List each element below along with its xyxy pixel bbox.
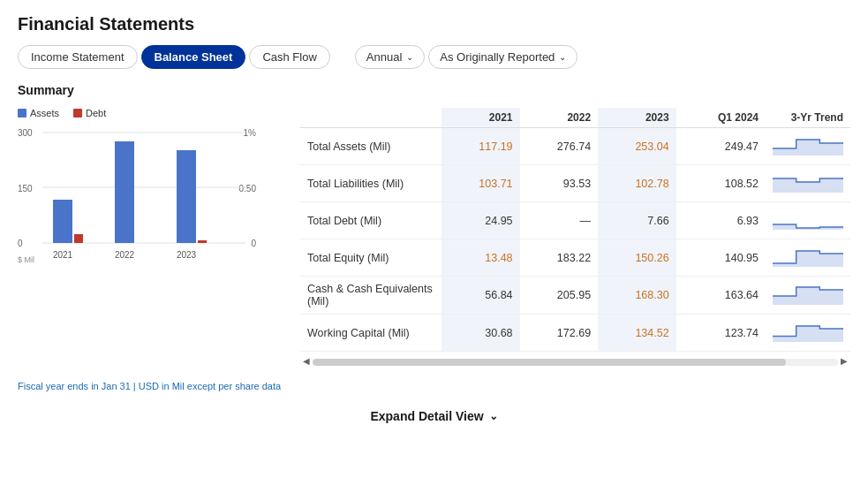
row-label: Working Capital (Mil) <box>300 315 442 352</box>
summary-content: Assets Debt 300 150 0 $ Mil 1% 0.50 0 <box>18 108 850 367</box>
trend-sparkline <box>773 246 843 267</box>
row-label: Total Debt (Mil) <box>300 202 442 239</box>
bar-2021-assets <box>53 200 72 243</box>
x-label-2022: 2022 <box>115 250 135 260</box>
col-header-q1: Q1 2024 <box>676 108 766 128</box>
tab-balance-sheet[interactable]: Balance Sheet <box>141 45 246 69</box>
row-value: 183.22 <box>520 239 599 277</box>
expand-chevron-icon: ⌄ <box>489 410 498 422</box>
financial-table: 2021 2022 2023 Q1 2024 3-Yr Trend Total … <box>300 108 850 352</box>
table-row: Total Liabilities (Mil)103.7193.53102.78… <box>300 165 850 202</box>
row-value: 134.52 <box>598 315 676 352</box>
annual-dropdown[interactable]: Annual ⌄ <box>355 45 425 69</box>
trend-sparkline <box>773 209 843 230</box>
y-unit: $ Mil <box>18 255 34 264</box>
col-header-trend: 3-Yr Trend <box>766 108 850 128</box>
as-originally-reported-dropdown[interactable]: As Originally Reported ⌄ <box>428 45 577 69</box>
footer-note: Fiscal year ends in Jan 31 | USD in Mil … <box>18 381 850 391</box>
tab-income-statement[interactable]: Income Statement <box>18 45 138 69</box>
row-value: 30.68 <box>442 315 520 352</box>
table-row: Cash & Cash Equivalents (Mil)56.84205.95… <box>300 277 850 315</box>
page-title: Financial Statements <box>18 14 850 34</box>
summary-title: Summary <box>18 83 850 97</box>
chevron-down-icon: ⌄ <box>406 52 413 62</box>
legend-assets: Assets <box>18 108 59 118</box>
row-value: — <box>520 202 599 239</box>
row-value: 253.04 <box>598 128 676 165</box>
bar-2023-debt <box>198 240 207 243</box>
row-value: 205.95 <box>520 277 599 315</box>
y-label-0: 0 <box>18 239 23 248</box>
trend-sparkline <box>773 321 843 342</box>
table-row: Working Capital (Mil)30.68172.69134.5212… <box>300 315 850 352</box>
row-value: 7.66 <box>598 202 676 239</box>
table-row: Total Debt (Mil)24.95—7.666.93 <box>300 202 850 239</box>
legend-debt: Debt <box>73 108 106 118</box>
row-value: 6.93 <box>676 202 766 239</box>
trend-cell <box>766 165 850 202</box>
scroll-left-arrow[interactable]: ◀ <box>300 355 313 367</box>
trend-sparkline <box>773 171 843 193</box>
x-label-2023: 2023 <box>177 250 197 260</box>
row-value: 163.64 <box>676 277 766 315</box>
row-value: 93.53 <box>520 165 599 202</box>
row-value: 108.52 <box>676 165 766 202</box>
row-value: 172.69 <box>520 315 599 352</box>
tabs-row: Income Statement Balance Sheet Cash Flow… <box>18 45 850 69</box>
row-label: Total Equity (Mil) <box>300 239 442 277</box>
scroll-bar[interactable] <box>313 359 838 366</box>
table-row: Total Assets (Mil)117.19276.74253.04249.… <box>300 128 850 165</box>
table-area: 2021 2022 2023 Q1 2024 3-Yr Trend Total … <box>300 108 850 367</box>
y2-label-050: 0.50 <box>239 184 257 193</box>
row-value: 117.19 <box>442 128 520 165</box>
trend-cell <box>766 239 850 277</box>
expand-row: Expand Detail View ⌄ <box>18 409 850 423</box>
row-label: Cash & Cash Equivalents (Mil) <box>300 277 442 315</box>
trend-cell <box>766 277 850 315</box>
bar-2021-debt <box>74 234 83 243</box>
debt-legend-color <box>73 109 82 118</box>
trend-sparkline <box>773 134 843 156</box>
chart-legend: Assets Debt <box>18 108 274 118</box>
y-label-300: 300 <box>18 128 33 138</box>
row-value: 24.95 <box>442 202 520 239</box>
col-header-label <box>300 108 442 128</box>
row-label: Total Liabilities (Mil) <box>300 165 442 202</box>
expand-detail-button[interactable]: Expand Detail View ⌄ <box>370 409 497 423</box>
y2-label-0: 0 <box>251 239 256 248</box>
col-header-2023: 2023 <box>598 108 676 128</box>
assets-legend-label: Assets <box>30 108 59 118</box>
debt-legend-label: Debt <box>86 108 106 118</box>
row-value: 56.84 <box>442 277 520 315</box>
trend-cell <box>766 315 850 352</box>
row-value: 13.48 <box>442 239 520 277</box>
trend-cell <box>766 128 850 165</box>
bar-chart: 300 150 0 $ Mil 1% 0.50 0 <box>18 125 274 280</box>
row-label: Total Assets (Mil) <box>300 128 442 165</box>
bar-2022-assets <box>115 141 134 243</box>
trend-cell <box>766 202 850 239</box>
row-value: 249.47 <box>676 128 766 165</box>
row-value: 123.74 <box>676 315 766 352</box>
row-value: 102.78 <box>598 165 676 202</box>
tab-cash-flow[interactable]: Cash Flow <box>249 45 329 69</box>
table-row: Total Equity (Mil)13.48183.22150.26140.9… <box>300 239 850 277</box>
scroll-row: ◀ ▶ <box>300 355 850 367</box>
row-value: 168.30 <box>598 277 676 315</box>
row-value: 276.74 <box>520 128 599 165</box>
col-header-2022: 2022 <box>520 108 599 128</box>
chevron-down-icon: ⌄ <box>559 52 566 62</box>
scroll-thumb <box>313 359 786 366</box>
x-label-2021: 2021 <box>53 250 73 260</box>
row-value: 150.26 <box>598 239 676 277</box>
chart-area: Assets Debt 300 150 0 $ Mil 1% 0.50 0 <box>18 108 274 283</box>
y-label-150: 150 <box>18 184 33 193</box>
row-value: 140.95 <box>676 239 766 277</box>
bar-2023-assets <box>177 150 196 243</box>
row-value: 103.71 <box>442 165 520 202</box>
assets-legend-color <box>18 109 26 118</box>
scroll-right-arrow[interactable]: ▶ <box>838 355 850 367</box>
col-header-2021: 2021 <box>442 108 520 128</box>
trend-sparkline <box>773 284 843 305</box>
